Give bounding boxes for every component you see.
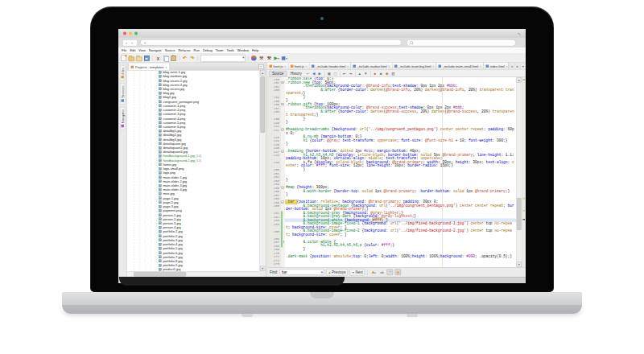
editor-tab-front-js[interactable]: front.js× (267, 63, 288, 70)
unselect-icon[interactable]: ▢ (332, 71, 337, 76)
zoom-window-button[interactable] (134, 32, 138, 35)
comment-icon[interactable]: ◆ (385, 71, 390, 76)
menu-item-navigate[interactable]: Navigate (147, 49, 163, 53)
close-tab-icon[interactable]: × (305, 64, 307, 68)
new-file-button[interactable] (121, 55, 127, 61)
code-text[interactable] (285, 262, 516, 266)
menu-item-window[interactable]: Window (236, 49, 250, 53)
menu-item-view[interactable]: View (137, 49, 147, 53)
history-view-button[interactable]: History (288, 71, 304, 76)
find-next-button[interactable]: ▼Next (349, 269, 365, 276)
undo-button[interactable]: ↶ (182, 55, 188, 61)
shift-right-icon[interactable]: ⇥ (348, 71, 353, 76)
last-edit-icon[interactable]: ↩ (305, 71, 310, 76)
editor-tab-index-html[interactable]: index.html× (484, 63, 510, 70)
tab-projects[interactable]: Projects - templates × (128, 64, 170, 71)
fold-toggle-icon[interactable] (282, 201, 284, 204)
close-window-button[interactable] (123, 32, 126, 35)
previous-bookmark-icon[interactable]: ▲ (357, 71, 362, 76)
menu-item-team[interactable]: Team (214, 49, 225, 53)
fold-toggle-icon[interactable] (282, 81, 284, 84)
fold-toggle-icon[interactable] (282, 187, 284, 189)
scrollbar-thumb[interactable] (261, 76, 266, 133)
code-text[interactable]: &:after {border-color: darken(@brand-suc… (285, 110, 516, 117)
editor-tab-front-js[interactable]: front.js× (288, 63, 309, 70)
clean-build-button[interactable]: ⚒ (266, 55, 273, 61)
scrollbar-thumb[interactable] (134, 272, 186, 277)
record-macro-icon[interactable]: ● (373, 71, 378, 76)
fold-toggle-icon[interactable] (282, 150, 284, 153)
fold-toggle-icon[interactable] (282, 129, 284, 131)
redo-button[interactable]: ↷ (189, 55, 196, 61)
menu-item-refactor[interactable]: Refactor (176, 49, 192, 53)
uncomment-icon[interactable]: ▧ (390, 71, 395, 76)
menu-item-tools[interactable]: Tools (225, 49, 235, 53)
profile-button[interactable]: ▦▾ (282, 55, 288, 61)
editor-tab--include-header-html[interactable]: _include-header.html× (310, 63, 351, 70)
stop-macro-icon[interactable]: ■ (378, 71, 383, 76)
menu-item-edit[interactable]: Edit (128, 49, 137, 53)
close-icon[interactable]: × (165, 65, 167, 69)
back-forward-buttons[interactable]: ‹ › (122, 39, 138, 47)
close-tab-icon[interactable]: × (432, 64, 434, 68)
find-selection-icon[interactable]: ▣ (327, 71, 332, 76)
code-editor[interactable]: 230.ribbon.sale {top: 0;}231.ribbon.new … (267, 77, 516, 267)
tree-horizontal-scrollbar[interactable] (127, 271, 260, 277)
find-previous-button[interactable]: ▲Previous (326, 269, 348, 276)
shift-left-icon[interactable]: ⇤ (342, 71, 347, 76)
menu-item-source[interactable]: Source (163, 49, 177, 53)
copy-button[interactable] (163, 55, 169, 61)
tab-scroll-button[interactable]: ▾ (520, 63, 526, 70)
match-case-toggle[interactable]: Aa (371, 270, 378, 276)
find-input[interactable]: bar (280, 270, 324, 276)
tab-scroll-button[interactable]: ▸ (514, 63, 520, 70)
minimize-window-button[interactable] (129, 32, 132, 35)
close-tab-icon[interactable]: × (284, 64, 286, 68)
close-tab-icon[interactable]: × (388, 64, 390, 68)
tree-vertical-scrollbar[interactable]: ▲ ▼ (260, 70, 266, 271)
minimize-panel-button[interactable]: − (258, 64, 264, 69)
source-view-button[interactable]: Source (269, 71, 287, 76)
url-field[interactable]: + (140, 39, 402, 46)
editor-tab--include-team-small-html[interactable]: _include-team-small.html× (436, 63, 484, 70)
cut-button[interactable]: X (155, 55, 162, 61)
menu-item-help[interactable]: Help (250, 49, 260, 53)
code-text[interactable]: i.fa {display: inline-block; background:… (285, 161, 516, 168)
close-tab-icon[interactable]: × (480, 64, 481, 68)
resize-icon[interactable]: ↔ (516, 30, 524, 38)
highlight-toggle[interactable]: ▤ (395, 270, 402, 276)
back-icon[interactable]: ◀ (312, 71, 316, 76)
paste-button[interactable] (171, 55, 177, 61)
menu-item-run[interactable]: Run (192, 49, 201, 53)
whole-word-toggle[interactable]: ab (379, 270, 386, 276)
menu-item-file[interactable]: File (120, 49, 128, 53)
menu-item-debug[interactable]: Debug (201, 49, 214, 53)
memory-button[interactable] (251, 55, 258, 61)
code-text[interactable]: &.background-image-fixed-2 {background: … (285, 229, 516, 237)
fold-toggle-icon[interactable] (282, 241, 284, 243)
scrollbar-thumb[interactable] (517, 198, 522, 230)
regex-toggle[interactable]: .* (387, 270, 394, 276)
code-text[interactable]: &:after {border-color: darken(@brand-inf… (285, 88, 516, 96)
save-all-button[interactable] (144, 55, 151, 61)
scroll-up-button[interactable]: ▲ (260, 70, 266, 76)
sidebar-tab-services[interactable]: Services (120, 83, 126, 104)
build-button[interactable]: ⚒ (258, 55, 265, 61)
sidebar-tab-navigator[interactable]: Navigator (120, 107, 126, 130)
file-tree[interactable]: blog-exter-1.jpgblog-medium.jpgblog-rece… (127, 70, 260, 271)
editor-tab--include-navbar-html[interactable]: _include-navbar.html× (351, 63, 392, 70)
forward-icon[interactable]: ▶ (317, 71, 322, 76)
editor-tab--include-team-big-html[interactable]: _include-team-big.html× (392, 63, 436, 70)
run-button[interactable]: ▶▾ (274, 55, 280, 61)
close-tab-icon[interactable]: × (347, 64, 349, 68)
fold-toggle-icon[interactable] (282, 103, 284, 105)
new-project-button[interactable] (129, 55, 135, 61)
open-project-button[interactable] (136, 55, 142, 61)
error-stripe[interactable] (522, 77, 526, 267)
config-combobox[interactable] (200, 55, 246, 62)
search-input[interactable] (407, 39, 516, 47)
editor-scrollbar[interactable]: ▲ ▼ (516, 77, 522, 267)
tab-scroll-button[interactable]: ◂ (509, 63, 514, 70)
next-bookmark-icon[interactable]: ▼ (363, 71, 368, 76)
sidebar-tab-files[interactable]: Files (120, 65, 126, 80)
